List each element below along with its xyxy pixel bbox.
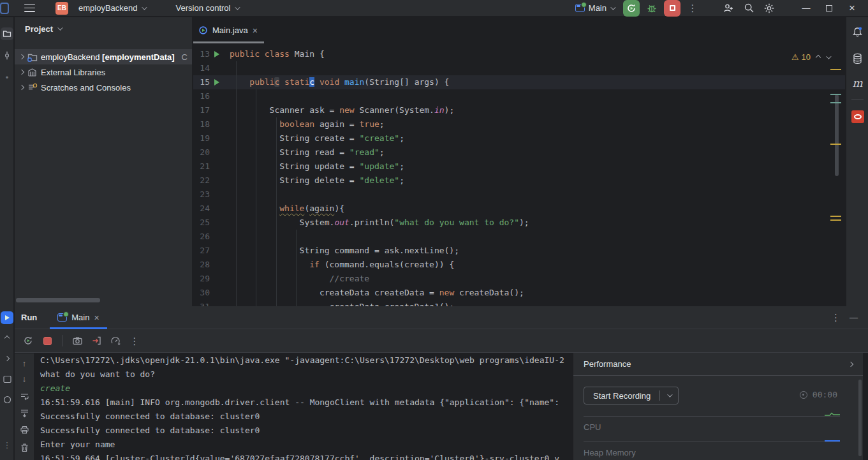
code-line[interactable]: 20 String read = "read";: [193, 145, 845, 160]
attach-profiler-icon[interactable]: [88, 332, 105, 349]
console-output[interactable]: C:\Users\17272\.jdks\openjdk-21.0.1\bin\…: [34, 353, 573, 460]
memory-snapshot-camera-icon[interactable]: [69, 332, 85, 349]
collapse-chevron-icon[interactable]: [848, 361, 853, 366]
debug-tool-icon[interactable]: [1, 332, 13, 345]
console-line: 16:51:59.664 [cluster-ClusterId{value='6…: [34, 452, 573, 460]
expand-chevron-icon[interactable]: [19, 85, 24, 90]
recording-dropdown-icon[interactable]: [660, 387, 678, 404]
tree-item-scratches[interactable]: Scratches and Consoles: [15, 80, 192, 95]
cpu-profiler-gauge-icon[interactable]: [107, 332, 124, 349]
code-line[interactable]: 28 if (command.equals(create)) {: [193, 258, 845, 272]
warning-count[interactable]: ⚠10: [791, 52, 811, 62]
vcs-widget[interactable]: Version control: [172, 3, 242, 13]
tree-item-external-libraries[interactable]: External Libraries: [15, 64, 192, 80]
code-line[interactable]: 16: [193, 89, 845, 103]
code-line[interactable]: 14: [193, 61, 845, 75]
code-line[interactable]: 29 //create: [193, 272, 845, 286]
chevron-down-icon[interactable]: [57, 25, 63, 30]
run-tab-main[interactable]: Main ×: [50, 306, 107, 329]
code-line[interactable]: 13public class Main {: [193, 47, 845, 61]
run-gutter-icon[interactable]: [210, 75, 224, 89]
cpu-baseline: [584, 416, 840, 417]
code-line[interactable]: 18 boolean again = true;: [193, 117, 845, 131]
debug-button[interactable]: [644, 0, 660, 17]
stripe-mark[interactable]: [830, 216, 841, 217]
run-panel-options-icon[interactable]: ⋮: [831, 313, 841, 322]
up-stacktrace-icon[interactable]: ↑: [17, 356, 31, 370]
run-tool-icon[interactable]: [1, 311, 13, 324]
expand-chevron-icon[interactable]: [19, 70, 24, 75]
code-with-me-icon[interactable]: [720, 0, 737, 17]
stripe-mark[interactable]: [830, 69, 841, 70]
search-icon[interactable]: [740, 0, 757, 17]
run-configuration-widget[interactable]: Main: [575, 3, 614, 13]
stop-icon[interactable]: [39, 332, 55, 349]
commit-tool-icon[interactable]: [1, 49, 13, 62]
more-actions-icon[interactable]: ⋮: [684, 0, 701, 17]
stripe-mark[interactable]: [830, 102, 841, 103]
code-line[interactable]: 15 public static void main(String[] args…: [193, 75, 845, 89]
rerun-icon[interactable]: [20, 332, 36, 349]
start-recording-button[interactable]: Start Recording: [584, 387, 679, 404]
code-line[interactable]: 25 System.out.println("what do you want …: [193, 216, 845, 230]
main-menu-icon[interactable]: [24, 4, 35, 12]
scratches-icon: [27, 82, 38, 93]
window-close-button[interactable]: ×: [842, 0, 862, 17]
stripe-divider: [851, 99, 864, 100]
ide-window: EB employBackend Version control Main: [0, 0, 868, 460]
oracle-icon[interactable]: [846, 110, 868, 123]
stripe-mark[interactable]: [830, 144, 841, 145]
hide-panel-icon[interactable]: —: [850, 313, 858, 322]
code-line[interactable]: 22 String delete = "delete";: [193, 174, 845, 188]
more-tools-icon[interactable]: ⋮: [1, 438, 13, 451]
expand-chevron-icon[interactable]: [19, 54, 24, 59]
services-tool-icon[interactable]: [1, 352, 13, 365]
console-more-icon[interactable]: ⋮: [126, 332, 143, 349]
performance-scrollbar[interactable]: [858, 380, 862, 456]
line-number: 17: [193, 103, 210, 117]
code-line[interactable]: 21 String update = "update";: [193, 160, 845, 174]
performance-title: Performance: [584, 359, 631, 369]
soft-wrap-icon[interactable]: [17, 389, 31, 403]
structure-tool-icon[interactable]: •: [1, 71, 13, 84]
code-line[interactable]: 24 while(again){: [193, 202, 845, 216]
database-icon[interactable]: [846, 53, 868, 64]
window-minimize-button[interactable]: —: [797, 0, 816, 17]
print-icon[interactable]: [17, 422, 31, 436]
tree-item-project-root[interactable]: employBackend [employmentData] C: [15, 49, 192, 64]
code-line[interactable]: 17 Scanner ask = new Scanner(System.in);: [193, 103, 845, 117]
clear-console-trash-icon[interactable]: [17, 440, 31, 454]
project-tool-icon[interactable]: [1, 27, 13, 40]
run-button[interactable]: [623, 0, 640, 17]
code-line[interactable]: 19 String create = "create";: [193, 131, 845, 145]
code-line[interactable]: 31 createData.createData1();: [193, 300, 845, 306]
prev-problem-icon[interactable]: [816, 54, 821, 59]
code-line[interactable]: 26: [193, 230, 845, 244]
editor-scrollbar[interactable]: [835, 94, 839, 176]
code-line[interactable]: 27 String command = ask.nextLine();: [193, 244, 845, 258]
code-lines[interactable]: 13public class Main {1415 public static …: [193, 47, 845, 306]
terminal-tool-icon[interactable]: [1, 373, 13, 385]
stripe-mark[interactable]: [830, 94, 841, 95]
tab-main-java[interactable]: Main.java ×: [193, 17, 264, 43]
code-line[interactable]: 23: [193, 188, 845, 202]
code-line[interactable]: 30 createData createData = new createDat…: [193, 286, 845, 300]
line-number: 30: [193, 286, 210, 300]
project-widget[interactable]: employBackend: [75, 3, 149, 13]
line-number: 16: [193, 89, 210, 103]
window-maximize-button[interactable]: [820, 0, 839, 17]
horizontal-scrollbar[interactable]: [16, 298, 100, 302]
tab-close-icon[interactable]: ×: [253, 26, 258, 36]
mongodb-plugin-icon[interactable]: m: [846, 77, 868, 89]
console-line: Enter your name: [34, 438, 573, 452]
problems-tool-icon[interactable]: [1, 393, 13, 406]
scroll-to-end-icon[interactable]: [17, 406, 31, 420]
stop-button[interactable]: [664, 0, 680, 17]
inspections-widget[interactable]: ⚠10: [791, 52, 830, 62]
down-stacktrace-icon[interactable]: ↓: [17, 371, 31, 385]
stripe-mark[interactable]: [830, 219, 841, 221]
run-gutter-icon[interactable]: [210, 47, 224, 61]
notifications-bell-icon[interactable]: [846, 26, 868, 38]
settings-gear-icon[interactable]: [761, 0, 777, 17]
tab-close-icon[interactable]: ×: [94, 313, 99, 323]
